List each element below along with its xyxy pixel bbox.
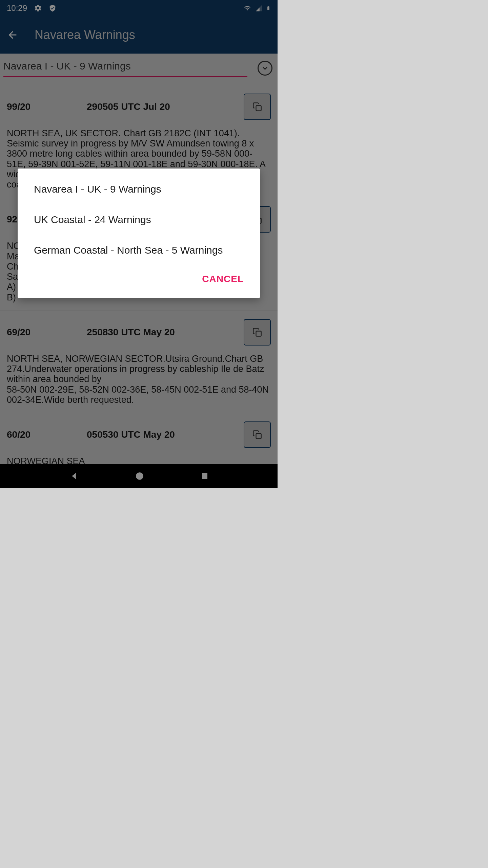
dialog-actions: CANCEL (18, 265, 260, 298)
dialog-option[interactable]: German Coastal - North Sea - 5 Warnings (18, 235, 260, 265)
cancel-button[interactable]: CANCEL (194, 270, 252, 289)
dialog-option[interactable]: UK Coastal - 24 Warnings (18, 204, 260, 235)
area-select-dialog: Navarea I - UK - 9 Warnings UK Coastal -… (18, 169, 260, 298)
dialog-option[interactable]: Navarea I - UK - 9 Warnings (18, 174, 260, 204)
